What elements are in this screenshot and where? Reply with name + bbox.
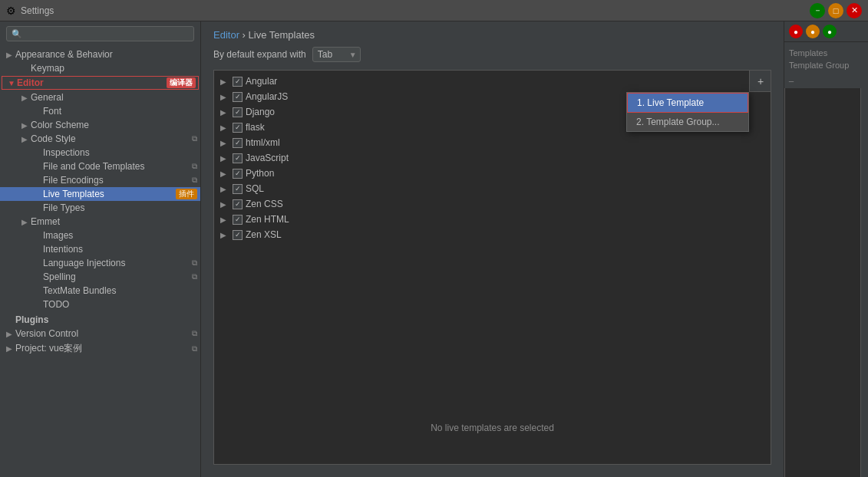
sidebar-item-version-control[interactable]: ▶ Version Control ⧉ <box>0 327 200 340</box>
sidebar-item-file-types[interactable]: File Types <box>0 201 200 215</box>
breadcrumb-parent[interactable]: Editor <box>213 29 239 41</box>
sidebar-item-code-style[interactable]: ▶ Code Style ⧉ <box>0 132 200 146</box>
main-layout: 🔍 ▶ Appearance & Behavior Keymap ▼ Edito <box>0 21 868 477</box>
list-item[interactable]: ▶ ✓ SQL <box>214 181 771 196</box>
sidebar-item-label: Inspections <box>43 147 197 158</box>
expand-arrow-icon: ▶ <box>220 139 229 147</box>
group-label: SQL <box>246 183 264 194</box>
group-checkbox[interactable]: ✓ <box>233 123 243 133</box>
group-label: Angular <box>246 76 277 87</box>
sidebar-item-appearance[interactable]: ▶ Appearance & Behavior <box>0 48 200 61</box>
traffic-yellow[interactable]: ● <box>806 25 820 38</box>
group-checkbox[interactable]: ✓ <box>233 92 243 102</box>
sidebar-item-label: Font <box>43 106 197 117</box>
sidebar-item-label: File Encodings <box>43 175 190 186</box>
templates-container: ▶ ✓ Angular ▶ ✓ AngularJS ▶ <box>213 70 771 465</box>
expand-select[interactable]: Tab Enter Space <box>312 47 361 62</box>
traffic-green[interactable]: ● <box>823 25 837 38</box>
right-scrollbar[interactable] <box>860 88 868 477</box>
group-checkbox[interactable]: ✓ <box>233 169 243 179</box>
sidebar-item-spelling[interactable]: Spelling ⧉ <box>0 270 200 284</box>
copy-icon: ⧉ <box>192 272 197 281</box>
group-checkbox[interactable]: ✓ <box>233 107 243 117</box>
minimize-button[interactable]: － <box>810 3 825 18</box>
add-button[interactable]: + <box>750 71 771 92</box>
sidebar-item-file-encodings[interactable]: File Encodings ⧉ <box>0 173 200 187</box>
sidebar-item-label: General <box>31 92 197 103</box>
expand-row: By default expand with Tab Enter Space ▼ <box>213 47 771 62</box>
sidebar-item-label: TextMate Bundles <box>43 285 197 296</box>
right-panel-templates-label: Templates <box>789 48 863 58</box>
group-label: Python <box>246 168 274 179</box>
search-icon: 🔍 <box>12 29 22 39</box>
sidebar-item-label: Images <box>43 230 197 241</box>
sidebar-item-project[interactable]: ▶ Project: vue案例 ⧉ <box>0 340 200 357</box>
group-checkbox[interactable]: ✓ <box>233 138 243 148</box>
list-item[interactable]: ▶ ✓ Zen HTML <box>214 212 771 227</box>
group-label: flask <box>246 122 265 133</box>
list-item[interactable]: ▶ ✓ Angular <box>214 74 771 89</box>
list-item[interactable]: ▶ ✓ JavaScript <box>214 150 771 166</box>
sidebar-item-plugins[interactable]: Plugins <box>0 311 200 327</box>
list-item[interactable]: ▶ ✓ html/xml <box>214 135 771 150</box>
copy-icon: ⧉ <box>192 176 197 185</box>
sidebar-item-color-scheme[interactable]: ▶ Color Scheme <box>0 118 200 132</box>
group-label: Django <box>246 107 275 117</box>
close-button[interactable]: ✕ <box>847 3 862 18</box>
sidebar-item-file-code-templates[interactable]: File and Code Templates ⧉ <box>0 160 200 173</box>
group-label: Zen HTML <box>246 214 289 225</box>
editor-badge: 编译器 <box>167 77 196 88</box>
dropdown-item-label: 1. Live Template <box>637 97 704 108</box>
sidebar-item-label: TODO <box>43 299 197 310</box>
arrow-icon: ▶ <box>6 330 15 338</box>
sidebar-item-inspections[interactable]: Inspections <box>0 146 200 160</box>
search-input[interactable] <box>25 28 189 39</box>
group-checkbox[interactable]: ✓ <box>233 184 243 194</box>
group-checkbox[interactable]: ✓ <box>233 153 243 163</box>
sidebar-item-intentions[interactable]: Intentions <box>0 242 200 256</box>
expand-arrow-icon: ▶ <box>220 108 229 117</box>
expand-select-wrapper: Tab Enter Space ▼ <box>312 47 361 62</box>
group-checkbox[interactable]: ✓ <box>233 215 243 225</box>
expand-arrow-icon: ▶ <box>220 123 229 132</box>
group-checkbox[interactable]: ✓ <box>233 230 243 240</box>
expand-arrow-icon: ▶ <box>220 215 229 224</box>
content-panel: Editor › Live Templates By default expan… <box>201 21 784 477</box>
group-checkbox[interactable]: ✓ <box>233 199 243 209</box>
dropdown-item-template-group[interactable]: 2. Template Group... <box>627 113 748 131</box>
maximize-button[interactable]: □ <box>828 3 843 18</box>
search-box[interactable]: 🔍 <box>6 26 194 41</box>
sidebar-item-label: Live Templates <box>43 189 173 199</box>
sidebar-item-editor[interactable]: ▼ Editor 编译器 <box>2 76 199 90</box>
sidebar-item-font[interactable]: Font <box>0 104 200 118</box>
breadcrumb: Editor › Live Templates <box>201 21 784 47</box>
sidebar-item-label: Version Control <box>15 328 190 339</box>
list-item[interactable]: ▶ ✓ Zen XSL <box>214 227 771 242</box>
arrow-icon: ▶ <box>21 218 31 226</box>
sidebar: 🔍 ▶ Appearance & Behavior Keymap ▼ Edito <box>0 21 201 477</box>
group-checkbox[interactable]: ✓ <box>233 77 243 87</box>
list-item[interactable]: ▶ ✓ Python <box>214 166 771 181</box>
group-label: AngularJS <box>246 91 288 102</box>
traffic-red[interactable]: ● <box>789 25 803 38</box>
expand-arrow-icon: ▶ <box>220 154 229 163</box>
sidebar-item-general[interactable]: ▶ General <box>0 90 200 104</box>
arrow-icon: ▶ <box>6 344 15 353</box>
sidebar-item-keymap[interactable]: Keymap <box>0 61 200 75</box>
sidebar-item-textmate-bundles[interactable]: TextMate Bundles <box>0 284 200 298</box>
sidebar-item-live-templates[interactable]: Live Templates 插件 <box>0 187 200 201</box>
sidebar-item-todo[interactable]: TODO <box>0 298 200 311</box>
sidebar-item-language-injections[interactable]: Language Injections ⧉ <box>0 256 200 270</box>
copy-icon: ⧉ <box>192 344 197 354</box>
group-label: Zen CSS <box>246 199 283 209</box>
dropdown-item-live-template[interactable]: 1. Live Template <box>627 93 748 113</box>
dropdown-popup: 1. Live Template 2. Template Group... <box>626 92 749 132</box>
list-item[interactable]: ▶ ✓ Zen CSS <box>214 196 771 212</box>
sidebar-item-emmet[interactable]: ▶ Emmet <box>0 215 200 229</box>
sidebar-item-label: Project: vue案例 <box>15 342 190 355</box>
right-scroll-area <box>784 88 868 477</box>
add-button-area: + <box>749 71 771 92</box>
window-title: Settings <box>21 5 805 16</box>
sidebar-item-images[interactable]: Images <box>0 229 200 242</box>
group-label: html/xml <box>246 137 280 148</box>
